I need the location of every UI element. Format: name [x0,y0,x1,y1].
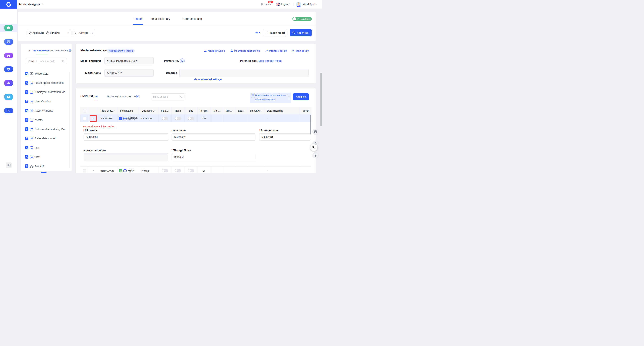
user-caret-icon[interactable]: ▾ [316,3,317,5]
expert-mode-toggle[interactable]: Expert mode [292,17,312,21]
advanced-caret-icon[interactable]: ▾ [220,78,221,80]
show-advanced-settings-link[interactable]: show advanced settings [194,78,222,81]
chart-design-link[interactable]: chart design [292,49,309,52]
column-field-encoding[interactable]: Field enco... [98,107,118,114]
index-toggle[interactable] [174,169,181,173]
panel-filter-value[interactable]: all [32,60,34,63]
interface-design-link[interactable]: Interface design [265,49,287,52]
column-business-type[interactable]: Business t... [139,107,158,114]
model-list-item[interactable]: 无 Sales and Advertising Dat... [25,127,68,131]
search-icon[interactable] [180,96,183,98]
sidebar-item-reports[interactable] [4,94,13,100]
model-list-item[interactable]: 无 assets [25,118,42,122]
model-list-item[interactable]: 无 Model 2 [25,164,45,168]
tab-model[interactable]: model [134,17,142,20]
sidebar-item-model-designer[interactable] [4,25,13,31]
field-row[interactable]: › field00007id 低 导购ID 123 text 20 - [80,167,312,173]
field-search-input[interactable]: name or code [153,96,168,98]
panel-filter-chevron-icon[interactable]: ∨ [36,60,37,62]
column-max1[interactable]: Max... [211,107,223,114]
model-list-item[interactable]: 无 Sales data model [25,137,56,140]
model-list-item[interactable]: 无 Employee Information Mo... [25,90,68,94]
field-tab-all[interactable]: all [95,95,98,98]
tab-data-encoding[interactable]: Data encoding [184,17,202,20]
scope-select[interactable]: all [255,31,258,34]
column-max2[interactable]: Max... [223,107,235,114]
sidebar-collapse-button[interactable] [6,163,12,168]
page-title-caret-icon[interactable]: ▾ [42,3,43,5]
column-index[interactable]: index [171,107,184,114]
sidebar-item-ai[interactable] [4,80,13,86]
sidebar-item-integration[interactable] [4,108,13,114]
language-caret-icon[interactable]: ▾ [290,3,291,5]
sidebar-item-data-layers[interactable] [4,66,13,72]
add-field-button[interactable]: Add field [293,93,309,100]
column-default-value[interactable]: default v... [247,107,264,114]
column-describe[interactable]: descri [300,107,312,114]
type-filter[interactable]: All types ∨ [73,29,95,36]
report-panel-button[interactable] [312,129,318,135]
model-list-item[interactable]: 无 test [25,146,39,150]
panel-tab-lowcode[interactable]: low code model [50,49,68,52]
avatar[interactable] [296,1,302,7]
model-grouping-link[interactable]: Model grouping [204,49,225,52]
column-length[interactable]: length [198,107,211,114]
model-list-item[interactable]: 无 Model 1111 [25,72,48,76]
model-list-item[interactable]: 无 Asset Warranty [25,109,53,113]
panel-tab-all[interactable]: all [28,49,30,52]
panel-search-input[interactable]: name or code [40,60,55,63]
sidebar-item-page-designer[interactable] [4,39,13,45]
storage-notes-input[interactable]: 购买商品 [172,153,255,161]
column-multi[interactable]: multi... [158,107,171,114]
row-checkbox[interactable] [83,169,86,173]
page-scrollbar-thumb[interactable] [320,73,322,126]
model-list-item[interactable]: 无 User Conduct [25,100,51,103]
search-icon[interactable] [62,60,65,63]
storage-name-input[interactable]: field00001 [259,133,310,141]
model-list-item[interactable]: 无 test1 [25,155,40,159]
app-logo[interactable] [0,0,17,8]
table-scrollbar-thumb[interactable] [310,115,311,134]
select-all-checkbox[interactable] [83,109,86,112]
bell-icon[interactable] [260,2,264,6]
scope-caret-icon[interactable]: ▾ [259,31,260,33]
row-checkbox[interactable] [83,117,86,120]
expand-row-icon[interactable]: › [93,169,94,173]
banner-close-icon[interactable]: × [288,96,290,99]
language-select[interactable]: English [281,3,289,5]
only-toggle[interactable] [188,117,194,120]
model-name-input[interactable]: 导购邀请下单 [104,69,154,77]
import-model-button[interactable]: Import model [263,29,287,36]
parent-model-link[interactable]: Basic storage model [258,59,282,62]
back-to-top-button[interactable] [312,152,318,158]
field-tab-help-icon[interactable]: ? [136,95,139,98]
collapse-row-icon[interactable]: ∨ [92,117,94,120]
inheritance-link[interactable]: inheritance relationship [230,49,260,52]
column-field-name[interactable]: Field Name [118,107,139,114]
sidebar-item-flow-designer[interactable] [4,53,13,58]
column-acc[interactable]: acc... [235,107,247,114]
index-toggle[interactable] [174,117,181,120]
panel-tab-nocode[interactable]: no codemodel [33,49,50,52]
field-search-box[interactable]: name or code [151,93,185,100]
column-data-encoding[interactable]: Data encoding [264,107,300,114]
only-toggle[interactable] [188,169,194,173]
model-list-item[interactable]: 无 Leave application model [25,81,64,85]
model-encoding-input[interactable]: a111.k2.Model0000001552 [104,57,154,64]
tab-data-dictionary[interactable]: data dictionary [152,17,170,20]
add-model-button[interactable]: Add model [290,29,312,36]
api-name-input[interactable]: field00001 [84,133,168,141]
user-name[interactable]: Wind Spirit [303,3,315,5]
multi-toggle[interactable] [162,117,168,120]
panel-tab-help-icon[interactable]: ? [68,49,71,52]
annotation-tool-button[interactable] [310,144,318,151]
describe-input[interactable] [180,69,308,77]
pagination-pill[interactable] [41,172,46,173]
primary-key-badge[interactable]: ID [180,58,185,63]
code-name-input[interactable]: field00001 [172,133,255,141]
field-row-selected[interactable]: ∨ field00001 无 购买商品 TT integer 128 - [80,114,312,123]
model-list-scrollbar[interactable] [69,72,70,169]
column-only[interactable]: only [184,107,198,114]
field-tab-nocode[interactable]: No code field [107,95,122,98]
application-filter[interactable]: Application Fengling ∨ [27,29,71,36]
